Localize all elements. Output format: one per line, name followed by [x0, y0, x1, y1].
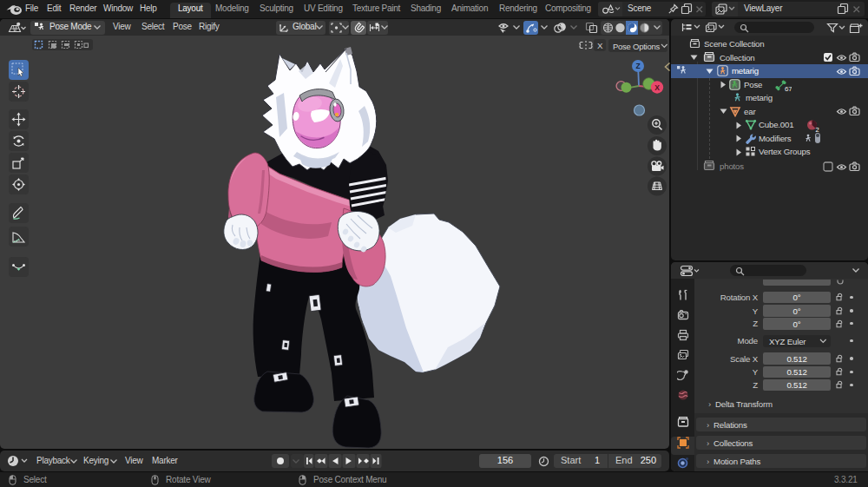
svg-text:X: X — [654, 83, 660, 92]
svg-text:2: 2 — [816, 126, 819, 133]
svg-text:67: 67 — [785, 85, 792, 93]
svg-text:Z: Z — [635, 62, 640, 70]
